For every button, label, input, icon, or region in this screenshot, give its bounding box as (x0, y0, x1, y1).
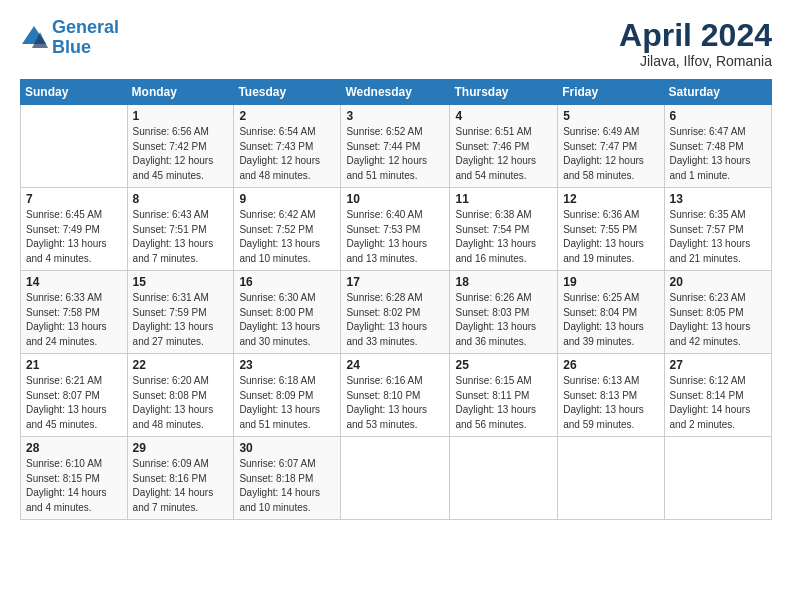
calendar-cell: 13Sunrise: 6:35 AM Sunset: 7:57 PM Dayli… (664, 188, 771, 271)
day-info: Sunrise: 6:30 AM Sunset: 8:00 PM Dayligh… (239, 291, 335, 349)
day-number: 20 (670, 275, 766, 289)
day-number: 11 (455, 192, 552, 206)
calendar-cell: 16Sunrise: 6:30 AM Sunset: 8:00 PM Dayli… (234, 271, 341, 354)
weekday-header: Monday (127, 80, 234, 105)
day-info: Sunrise: 6:28 AM Sunset: 8:02 PM Dayligh… (346, 291, 444, 349)
logo-icon (20, 24, 48, 52)
day-info: Sunrise: 6:38 AM Sunset: 7:54 PM Dayligh… (455, 208, 552, 266)
day-info: Sunrise: 6:26 AM Sunset: 8:03 PM Dayligh… (455, 291, 552, 349)
calendar-week-row: 7Sunrise: 6:45 AM Sunset: 7:49 PM Daylig… (21, 188, 772, 271)
calendar-cell: 27Sunrise: 6:12 AM Sunset: 8:14 PM Dayli… (664, 354, 771, 437)
day-number: 5 (563, 109, 658, 123)
calendar-cell: 8Sunrise: 6:43 AM Sunset: 7:51 PM Daylig… (127, 188, 234, 271)
subtitle: Jilava, Ilfov, Romania (619, 53, 772, 69)
day-info: Sunrise: 6:43 AM Sunset: 7:51 PM Dayligh… (133, 208, 229, 266)
day-info: Sunrise: 6:07 AM Sunset: 8:18 PM Dayligh… (239, 457, 335, 515)
calendar-cell: 23Sunrise: 6:18 AM Sunset: 8:09 PM Dayli… (234, 354, 341, 437)
day-info: Sunrise: 6:31 AM Sunset: 7:59 PM Dayligh… (133, 291, 229, 349)
day-info: Sunrise: 6:45 AM Sunset: 7:49 PM Dayligh… (26, 208, 122, 266)
calendar-cell: 4Sunrise: 6:51 AM Sunset: 7:46 PM Daylig… (450, 105, 558, 188)
weekday-header: Wednesday (341, 80, 450, 105)
logo-line1: General (52, 17, 119, 37)
calendar-cell: 7Sunrise: 6:45 AM Sunset: 7:49 PM Daylig… (21, 188, 128, 271)
day-info: Sunrise: 6:18 AM Sunset: 8:09 PM Dayligh… (239, 374, 335, 432)
calendar-cell: 11Sunrise: 6:38 AM Sunset: 7:54 PM Dayli… (450, 188, 558, 271)
day-number: 19 (563, 275, 658, 289)
day-number: 2 (239, 109, 335, 123)
day-info: Sunrise: 6:16 AM Sunset: 8:10 PM Dayligh… (346, 374, 444, 432)
calendar-header-row: SundayMondayTuesdayWednesdayThursdayFrid… (21, 80, 772, 105)
weekday-header: Saturday (664, 80, 771, 105)
calendar-table: SundayMondayTuesdayWednesdayThursdayFrid… (20, 79, 772, 520)
calendar-cell: 24Sunrise: 6:16 AM Sunset: 8:10 PM Dayli… (341, 354, 450, 437)
day-info: Sunrise: 6:52 AM Sunset: 7:44 PM Dayligh… (346, 125, 444, 183)
calendar-week-row: 28Sunrise: 6:10 AM Sunset: 8:15 PM Dayli… (21, 437, 772, 520)
calendar-week-row: 14Sunrise: 6:33 AM Sunset: 7:58 PM Dayli… (21, 271, 772, 354)
calendar-cell: 15Sunrise: 6:31 AM Sunset: 7:59 PM Dayli… (127, 271, 234, 354)
day-number: 25 (455, 358, 552, 372)
day-number: 14 (26, 275, 122, 289)
title-block: April 2024 Jilava, Ilfov, Romania (619, 18, 772, 69)
day-number: 21 (26, 358, 122, 372)
weekday-header: Friday (558, 80, 664, 105)
calendar-cell: 18Sunrise: 6:26 AM Sunset: 8:03 PM Dayli… (450, 271, 558, 354)
day-info: Sunrise: 6:15 AM Sunset: 8:11 PM Dayligh… (455, 374, 552, 432)
main-title: April 2024 (619, 18, 772, 53)
calendar-cell: 22Sunrise: 6:20 AM Sunset: 8:08 PM Dayli… (127, 354, 234, 437)
day-info: Sunrise: 6:35 AM Sunset: 7:57 PM Dayligh… (670, 208, 766, 266)
calendar-cell (450, 437, 558, 520)
calendar-cell: 5Sunrise: 6:49 AM Sunset: 7:47 PM Daylig… (558, 105, 664, 188)
calendar-week-row: 21Sunrise: 6:21 AM Sunset: 8:07 PM Dayli… (21, 354, 772, 437)
day-info: Sunrise: 6:51 AM Sunset: 7:46 PM Dayligh… (455, 125, 552, 183)
header: General Blue April 2024 Jilava, Ilfov, R… (20, 18, 772, 69)
day-info: Sunrise: 6:13 AM Sunset: 8:13 PM Dayligh… (563, 374, 658, 432)
calendar-cell: 6Sunrise: 6:47 AM Sunset: 7:48 PM Daylig… (664, 105, 771, 188)
day-info: Sunrise: 6:09 AM Sunset: 8:16 PM Dayligh… (133, 457, 229, 515)
day-number: 12 (563, 192, 658, 206)
calendar-cell: 1Sunrise: 6:56 AM Sunset: 7:42 PM Daylig… (127, 105, 234, 188)
day-info: Sunrise: 6:40 AM Sunset: 7:53 PM Dayligh… (346, 208, 444, 266)
weekday-header: Sunday (21, 80, 128, 105)
day-number: 4 (455, 109, 552, 123)
day-number: 18 (455, 275, 552, 289)
day-number: 6 (670, 109, 766, 123)
day-info: Sunrise: 6:12 AM Sunset: 8:14 PM Dayligh… (670, 374, 766, 432)
day-info: Sunrise: 6:36 AM Sunset: 7:55 PM Dayligh… (563, 208, 658, 266)
calendar-cell: 12Sunrise: 6:36 AM Sunset: 7:55 PM Dayli… (558, 188, 664, 271)
day-info: Sunrise: 6:10 AM Sunset: 8:15 PM Dayligh… (26, 457, 122, 515)
day-info: Sunrise: 6:56 AM Sunset: 7:42 PM Dayligh… (133, 125, 229, 183)
day-number: 26 (563, 358, 658, 372)
logo-text: General Blue (52, 18, 119, 58)
day-number: 24 (346, 358, 444, 372)
day-number: 13 (670, 192, 766, 206)
day-number: 1 (133, 109, 229, 123)
day-info: Sunrise: 6:20 AM Sunset: 8:08 PM Dayligh… (133, 374, 229, 432)
weekday-header: Thursday (450, 80, 558, 105)
day-number: 9 (239, 192, 335, 206)
day-number: 16 (239, 275, 335, 289)
calendar-cell: 17Sunrise: 6:28 AM Sunset: 8:02 PM Dayli… (341, 271, 450, 354)
calendar-cell: 2Sunrise: 6:54 AM Sunset: 7:43 PM Daylig… (234, 105, 341, 188)
calendar-cell: 14Sunrise: 6:33 AM Sunset: 7:58 PM Dayli… (21, 271, 128, 354)
calendar-cell: 29Sunrise: 6:09 AM Sunset: 8:16 PM Dayli… (127, 437, 234, 520)
day-number: 22 (133, 358, 229, 372)
day-info: Sunrise: 6:54 AM Sunset: 7:43 PM Dayligh… (239, 125, 335, 183)
day-info: Sunrise: 6:47 AM Sunset: 7:48 PM Dayligh… (670, 125, 766, 183)
logo-line2: Blue (52, 37, 91, 57)
day-number: 23 (239, 358, 335, 372)
day-number: 17 (346, 275, 444, 289)
calendar-cell (558, 437, 664, 520)
day-info: Sunrise: 6:33 AM Sunset: 7:58 PM Dayligh… (26, 291, 122, 349)
calendar-cell: 20Sunrise: 6:23 AM Sunset: 8:05 PM Dayli… (664, 271, 771, 354)
day-info: Sunrise: 6:42 AM Sunset: 7:52 PM Dayligh… (239, 208, 335, 266)
calendar-week-row: 1Sunrise: 6:56 AM Sunset: 7:42 PM Daylig… (21, 105, 772, 188)
day-number: 15 (133, 275, 229, 289)
page-container: General Blue April 2024 Jilava, Ilfov, R… (0, 0, 792, 530)
day-number: 7 (26, 192, 122, 206)
day-number: 29 (133, 441, 229, 455)
calendar-cell (341, 437, 450, 520)
calendar-cell (664, 437, 771, 520)
day-info: Sunrise: 6:49 AM Sunset: 7:47 PM Dayligh… (563, 125, 658, 183)
day-number: 30 (239, 441, 335, 455)
logo: General Blue (20, 18, 119, 58)
